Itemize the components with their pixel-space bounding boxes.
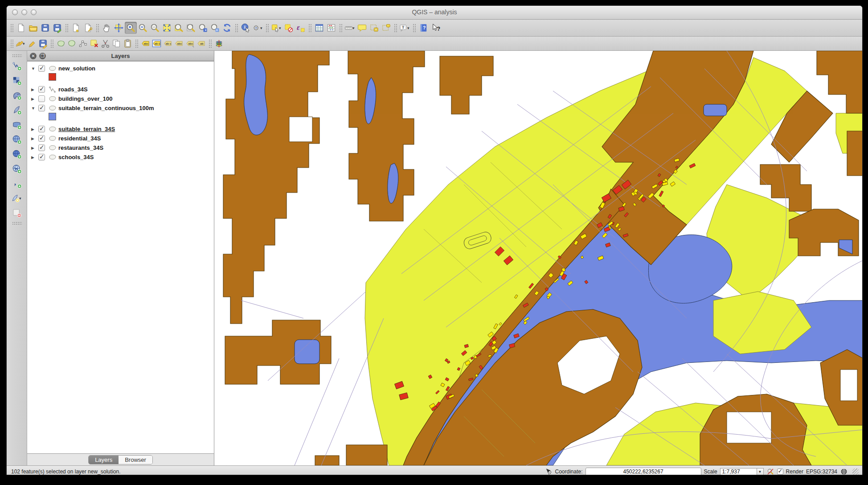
scale-combobox[interactable]: 1:7,937 ▼ (720, 468, 764, 476)
label-settings-button[interactable]: ab c (151, 38, 162, 49)
render-checkbox[interactable] (777, 469, 783, 475)
deselect-features-button[interactable] (283, 22, 295, 34)
add-postgis-layer-button[interactable] (11, 89, 23, 101)
layer-item-buildings_over_100[interactable]: ▶buildings_over_100 (27, 94, 214, 103)
composer-manager-button[interactable] (82, 22, 94, 34)
label-pin-button[interactable]: ab c (162, 38, 173, 49)
new-composer-button[interactable] (70, 22, 82, 34)
map-canvas[interactable] (214, 51, 862, 465)
crs-globe-icon[interactable] (840, 468, 848, 475)
layer-visibility-checkbox[interactable] (38, 65, 45, 72)
new-project-button[interactable] (15, 22, 27, 34)
layer-name[interactable]: new_solution (58, 65, 95, 72)
add-feature-button[interactable] (55, 38, 66, 49)
layer-symbol-swatch[interactable] (49, 73, 56, 81)
whats-this-button[interactable]: ? (430, 22, 442, 34)
save-layer-edits-button[interactable] (37, 38, 49, 49)
layer-name[interactable]: buildings_over_100 (58, 95, 112, 102)
layer-name[interactable]: roads_34S (58, 86, 88, 93)
zoom-in-button[interactable] (125, 22, 137, 34)
zoom-last-button[interactable] (197, 22, 209, 34)
layer-symbol-swatch[interactable] (49, 113, 56, 120)
copy-features-button[interactable] (111, 38, 122, 49)
layer-visibility-checkbox[interactable] (38, 135, 45, 142)
label-rotate-button[interactable]: ab (196, 38, 207, 49)
layer-name[interactable]: suitable_terrain_34S (58, 126, 115, 132)
map-tips-button[interactable] (356, 22, 368, 34)
open-project-button[interactable] (27, 22, 39, 34)
zoom-native-button[interactable]: 1:1 (149, 22, 161, 34)
open-attribute-table-button[interactable] (313, 22, 325, 34)
help-contents-button[interactable]: ? (418, 22, 430, 34)
layer-visibility-checkbox[interactable] (38, 144, 45, 151)
layer-visibility-checkbox[interactable] (38, 154, 45, 160)
run-feature-action-button[interactable]: ▾ (252, 22, 264, 34)
add-mssql-layer-button[interactable] (11, 119, 23, 131)
node-tool-button[interactable] (78, 38, 89, 49)
expand-icon[interactable]: ▶ (31, 97, 38, 101)
layer-item-restaurants_34S[interactable]: ▶restaurants_34S (27, 143, 214, 152)
add-spatialite-layer-button[interactable] (11, 104, 23, 116)
label-move-button[interactable]: abc (184, 38, 196, 49)
dropdown-arrow-icon[interactable]: ▾ (279, 26, 283, 30)
cut-features-button[interactable] (100, 38, 111, 49)
add-raster-layer-button[interactable] (11, 74, 23, 86)
layer-name[interactable]: residential_34S (58, 135, 101, 142)
move-feature-button[interactable] (66, 38, 78, 49)
identify-features-button[interactable]: i (240, 22, 252, 34)
zoom-full-button[interactable] (161, 22, 173, 34)
title-bar[interactable]: QGIS – analysis (7, 6, 862, 20)
resize-grip[interactable] (852, 469, 859, 475)
zoom-next-button[interactable] (209, 22, 221, 34)
layer-item-schools_34S[interactable]: ▶schools_34S (27, 152, 214, 162)
save-project-as-button[interactable] (51, 22, 63, 34)
zoom-out-button[interactable] (137, 22, 149, 34)
add-wcs-layer-button[interactable] (11, 148, 23, 160)
select-by-expression-button[interactable]: ε (295, 22, 307, 34)
layer-name[interactable]: suitable_terrain_continuous_100m (58, 105, 154, 111)
coordinate-input[interactable] (585, 468, 701, 476)
add-wms-layer-button[interactable] (11, 133, 23, 145)
pan-to-selection-button[interactable] (113, 22, 125, 34)
delete-selected-button[interactable] (89, 38, 100, 49)
layer-visibility-checkbox[interactable] (38, 86, 45, 93)
toggle-editing-button[interactable] (26, 38, 37, 49)
collapse-icon[interactable]: ▼ (31, 106, 38, 111)
dropdown-arrow-icon[interactable]: ▾ (23, 41, 26, 46)
labeling-button[interactable]: abc (140, 38, 151, 49)
expand-icon[interactable]: ▶ (31, 87, 38, 92)
remove-layer-button[interactable] (11, 207, 23, 219)
refresh-map-button[interactable] (221, 22, 233, 34)
current-edits-button[interactable]: ▾ (15, 38, 26, 49)
label-show-hide-button[interactable]: abc (173, 38, 184, 49)
new-shapefile-button[interactable]: ▾ (11, 192, 23, 204)
layer-visibility-checkbox[interactable] (38, 95, 45, 102)
layer-item-suitable_terrain_continuous_100m[interactable]: ▼suitable_terrain_continuous_100m (27, 103, 214, 113)
layer-visibility-checkbox[interactable] (38, 126, 45, 132)
expand-icon[interactable]: ▶ (31, 146, 38, 150)
detach-panel-icon[interactable]: ❐ (39, 53, 46, 59)
tab-browser[interactable]: Browser (119, 456, 152, 464)
close-panel-icon[interactable]: ✕ (30, 53, 37, 59)
zoom-to-layer-button[interactable] (185, 22, 197, 34)
add-vector-layer-button[interactable] (11, 60, 23, 72)
collapse-icon[interactable]: ▼ (31, 66, 38, 71)
layer-name[interactable]: schools_34S (58, 154, 94, 160)
processing-button[interactable] (213, 38, 225, 49)
scale-dropdown-icon[interactable]: ▼ (757, 468, 764, 476)
dropdown-arrow-icon[interactable]: ▾ (352, 26, 356, 30)
dropdown-arrow-icon[interactable]: ▾ (407, 26, 411, 30)
add-wfs-layer-button[interactable] (11, 163, 23, 175)
layer-item-roads_34S[interactable]: ▶roads_34S (27, 85, 214, 94)
expand-icon[interactable]: ▶ (31, 136, 38, 141)
paste-features-button[interactable] (122, 38, 133, 49)
dropdown-arrow-icon[interactable]: ▾ (260, 26, 264, 30)
layer-item-new_solution[interactable]: ▼new_solution (27, 64, 214, 73)
new-bookmark-button[interactable] (368, 22, 380, 34)
zoom-to-selection-button[interactable] (173, 22, 185, 34)
text-annotation-button[interactable]: T▾ (399, 22, 411, 34)
layer-item-suitable_terrain_34S[interactable]: ▶suitable_terrain_34S (27, 124, 214, 134)
add-delimited-text-button[interactable]: , (11, 177, 23, 189)
select-features-button[interactable]: ▾ (270, 22, 283, 34)
layer-visibility-checkbox[interactable] (38, 105, 45, 111)
